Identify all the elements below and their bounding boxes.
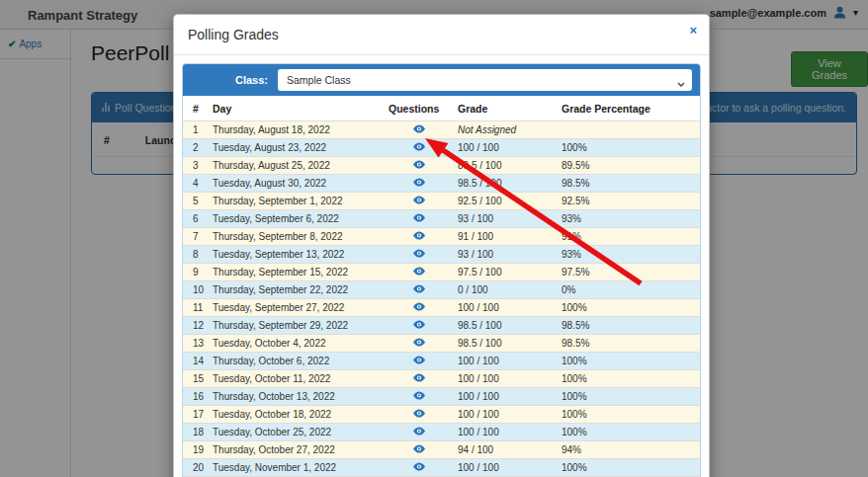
eye-icon[interactable] bbox=[413, 338, 425, 347]
row-number: 13 bbox=[183, 335, 209, 353]
eye-icon[interactable] bbox=[413, 302, 425, 311]
class-select[interactable]: Sample Class bbox=[278, 69, 692, 91]
row-grade-percentage: 100% bbox=[558, 370, 700, 388]
row-grade-percentage: 94% bbox=[558, 441, 700, 459]
modal-body: Class: Sample Class # Day Questions Grad… bbox=[174, 55, 709, 477]
row-grade-percentage: 98.5% bbox=[558, 175, 700, 193]
row-questions-cell bbox=[385, 353, 454, 370]
row-grade-percentage bbox=[558, 121, 700, 139]
row-number: 20 bbox=[183, 459, 209, 477]
row-day: Tuesday, November 1, 2022 bbox=[209, 459, 385, 477]
row-grade: 100 / 100 bbox=[454, 424, 558, 441]
row-number: 1 bbox=[183, 121, 209, 139]
table-row: 10Thursday, September 22, 20220 / 1000% bbox=[183, 281, 700, 299]
row-questions-cell bbox=[385, 281, 454, 299]
row-day: Thursday, October 6, 2022 bbox=[209, 353, 385, 370]
row-day: Tuesday, October 11, 2022 bbox=[209, 370, 385, 388]
eye-icon[interactable] bbox=[413, 373, 425, 382]
row-grade-percentage: 0% bbox=[558, 281, 700, 299]
eye-icon[interactable] bbox=[413, 249, 425, 258]
row-number: 10 bbox=[183, 281, 209, 299]
row-grade: 89.5 / 100 bbox=[454, 157, 558, 175]
row-day: Thursday, September 29, 2022 bbox=[209, 317, 385, 335]
row-grade-percentage: 100% bbox=[558, 424, 700, 441]
table-row: 4Tuesday, August 30, 202298.5 / 10098.5% bbox=[183, 175, 700, 193]
row-grade: 93 / 100 bbox=[454, 246, 558, 264]
chevron-down-icon bbox=[677, 77, 685, 89]
table-row: 14Thursday, October 6, 2022100 / 100100% bbox=[183, 353, 700, 370]
table-row: 16Thursday, October 13, 2022100 / 100100… bbox=[183, 388, 700, 406]
row-number: 17 bbox=[183, 406, 209, 424]
eye-icon[interactable] bbox=[413, 427, 425, 436]
eye-icon[interactable] bbox=[413, 124, 425, 133]
row-day: Tuesday, October 4, 2022 bbox=[209, 335, 385, 353]
eye-icon[interactable] bbox=[413, 196, 425, 204]
grades-table-body: 1Thursday, August 18, 2022Not Assigned2T… bbox=[183, 121, 700, 477]
row-questions-cell bbox=[385, 210, 454, 228]
row-questions-cell bbox=[385, 388, 454, 406]
table-row: 2Tuesday, August 23, 2022100 / 100100% bbox=[183, 139, 700, 157]
row-day: Tuesday, August 23, 2022 bbox=[209, 139, 385, 157]
eye-icon[interactable] bbox=[413, 391, 425, 400]
eye-icon[interactable] bbox=[413, 284, 425, 293]
row-questions-cell bbox=[385, 139, 454, 157]
row-grade-percentage: 100% bbox=[558, 459, 700, 477]
col-grade: Grade bbox=[454, 96, 558, 121]
table-row: 20Tuesday, November 1, 2022100 / 100100% bbox=[183, 459, 700, 477]
polling-grades-modal: Polling Grades × Class: Sample Class # D… bbox=[173, 14, 710, 477]
row-number: 7 bbox=[183, 228, 209, 246]
row-grade-percentage: 100% bbox=[558, 353, 700, 370]
table-row: 9Thursday, September 15, 202297.5 / 1009… bbox=[183, 264, 700, 281]
row-grade: 100 / 100 bbox=[454, 139, 558, 157]
table-row: 12Thursday, September 29, 202298.5 / 100… bbox=[183, 317, 700, 335]
row-grade: 100 / 100 bbox=[454, 299, 558, 317]
eye-icon[interactable] bbox=[413, 267, 425, 276]
row-grade-percentage: 89.5% bbox=[558, 157, 700, 175]
eye-icon[interactable] bbox=[413, 178, 425, 187]
row-grade-percentage: 93% bbox=[558, 246, 700, 264]
row-grade: 93 / 100 bbox=[454, 210, 558, 228]
row-grade: Not Assigned bbox=[454, 121, 558, 139]
row-grade-percentage: 97.5% bbox=[558, 264, 700, 281]
row-questions-cell bbox=[385, 424, 454, 441]
eye-icon[interactable] bbox=[413, 213, 425, 222]
row-grade: 92.5 / 100 bbox=[454, 193, 558, 210]
row-number: 4 bbox=[183, 175, 209, 193]
close-icon[interactable]: × bbox=[689, 24, 697, 37]
table-row: 15Tuesday, October 11, 2022100 / 100100% bbox=[183, 370, 700, 388]
eye-icon[interactable] bbox=[413, 231, 425, 240]
row-day: Tuesday, September 27, 2022 bbox=[209, 299, 385, 317]
eye-icon[interactable] bbox=[413, 444, 425, 453]
row-questions-cell bbox=[385, 459, 454, 477]
eye-icon[interactable] bbox=[413, 142, 425, 151]
row-grade: 98.5 / 100 bbox=[454, 317, 558, 335]
row-day: Thursday, September 8, 2022 bbox=[209, 228, 385, 246]
row-grade-percentage: 100% bbox=[558, 388, 700, 406]
table-row: 5Thursday, September 1, 202292.5 / 10092… bbox=[183, 193, 700, 210]
row-grade: 100 / 100 bbox=[454, 459, 558, 477]
row-questions-cell bbox=[385, 228, 454, 246]
table-row: 13Tuesday, October 4, 202298.5 / 10098.5… bbox=[183, 335, 700, 353]
eye-icon[interactable] bbox=[413, 356, 425, 364]
table-row: 7Thursday, September 8, 202291 / 10091% bbox=[183, 228, 700, 246]
row-number: 15 bbox=[183, 370, 209, 388]
row-day: Thursday, August 25, 2022 bbox=[209, 157, 385, 175]
row-questions-cell bbox=[385, 264, 454, 281]
grades-table: # Day Questions Grade Grade Percentage 1… bbox=[183, 96, 700, 477]
row-grade-percentage: 98.5% bbox=[558, 335, 700, 353]
eye-icon[interactable] bbox=[413, 160, 425, 169]
eye-icon[interactable] bbox=[413, 409, 425, 418]
row-grade-percentage: 98.5% bbox=[558, 317, 700, 335]
col-grade-percentage: Grade Percentage bbox=[558, 96, 700, 121]
row-day: Thursday, September 15, 2022 bbox=[209, 264, 385, 281]
row-day: Thursday, September 22, 2022 bbox=[209, 281, 385, 299]
eye-icon[interactable] bbox=[413, 320, 425, 329]
row-number: 14 bbox=[183, 353, 209, 370]
row-day: Thursday, September 1, 2022 bbox=[209, 193, 385, 210]
class-select-value: Sample Class bbox=[287, 74, 351, 86]
row-grade: 97.5 / 100 bbox=[454, 264, 558, 281]
row-questions-cell bbox=[385, 335, 454, 353]
row-number: 19 bbox=[183, 441, 209, 459]
row-day: Thursday, October 27, 2022 bbox=[209, 441, 385, 459]
eye-icon[interactable] bbox=[413, 462, 425, 471]
